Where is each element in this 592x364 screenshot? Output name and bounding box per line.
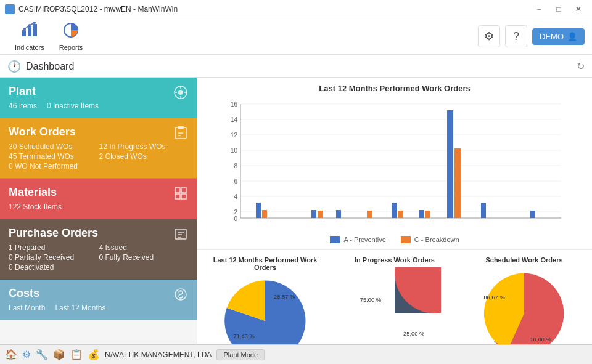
costs-info: Last Month Last 12 Months <box>9 304 188 312</box>
svg-text:09-2017: 09-2017 <box>362 220 385 221</box>
statusbar-dollar-icon[interactable]: 💰 <box>88 349 100 360</box>
pie-svg-2: 75,00 % 25,00 % <box>348 267 441 344</box>
indicators-button[interactable]: Indicators <box>7 19 52 54</box>
statusbar-box-icon[interactable]: 📦 <box>53 349 65 360</box>
plant-mode-tab[interactable]: Plant Mode <box>216 349 265 360</box>
workorders-icon <box>173 126 188 144</box>
svg-text:05-2017: 05-2017 <box>251 220 274 221</box>
bar <box>481 203 486 218</box>
pie-title-3: Scheduled Work Orders <box>485 256 562 264</box>
plant-title: Plant <box>9 85 188 98</box>
pie-svg-1: 71,43 % 28,57 % <box>219 275 311 344</box>
user-icon: 👤 <box>567 32 577 41</box>
app-icon <box>5 4 15 14</box>
svg-rect-16 <box>175 188 180 193</box>
svg-point-8 <box>178 90 183 95</box>
help-button[interactable]: ? <box>505 25 527 47</box>
sidebar: Plant 46 Items 0 Inactive Items Work Ord… <box>0 78 197 344</box>
minimize-button[interactable]: − <box>530 3 548 15</box>
demo-label: DEMO <box>540 32 564 41</box>
bar <box>398 211 403 218</box>
dashboard-icon: 🕐 <box>7 60 21 73</box>
costs-card[interactable]: Costs Last Month Last 12 Months <box>0 280 197 320</box>
purchaseorders-card[interactable]: Purchase Orders 1 Prepared 4 Issued 0 Pa… <box>0 219 197 280</box>
materials-icon <box>173 186 188 204</box>
legend-breakdown: C - Breakdown <box>401 236 459 243</box>
legend-breakdown-label: C - Breakdown <box>414 236 459 243</box>
svg-text:0: 0 <box>234 216 237 221</box>
materials-card[interactable]: Materials 122 Stock Items <box>0 179 197 219</box>
workorders-card[interactable]: Work Orders 30 Scheduled WOs 12 In Progr… <box>0 118 197 179</box>
svg-rect-17 <box>181 188 186 193</box>
workorders-title: Work Orders <box>9 126 188 139</box>
pie-chart-3: Scheduled Work Orders 86,67 % 10,00 % 3,… <box>462 256 586 344</box>
toolbar: Indicators Reports ⚙ ? DEMO 👤 <box>0 18 592 55</box>
reports-button[interactable]: Reports <box>52 19 91 54</box>
chart-area: Last 12 Months Performed Work Orders <box>197 78 592 344</box>
pie-title-1: Last 12 Months Performed Work Orders <box>204 256 327 271</box>
demo-button[interactable]: DEMO 👤 <box>532 28 585 45</box>
svg-text:16: 16 <box>231 101 238 108</box>
bar-chart-legend: A - Preventive C - Breakdown <box>210 236 580 243</box>
indicators-label: Indicators <box>15 44 44 51</box>
po-deactivated: 0 Deactivated <box>9 263 98 272</box>
po-prepared: 1 Prepared <box>9 243 98 252</box>
pie-chart-1: Last 12 Months Performed Work Orders 71,… <box>204 256 327 344</box>
wo-scheduled: 30 Scheduled WOs <box>9 142 98 151</box>
plant-card[interactable]: Plant 46 Items 0 Inactive Items <box>0 78 197 118</box>
bar-chart-svg: 16 14 12 10 8 6 4 2 0 <box>210 98 580 221</box>
indicators-icon <box>21 22 38 42</box>
legend-preventive: A - Preventive <box>330 236 385 243</box>
po-fullyreceived: 0 Fully Received <box>99 253 189 262</box>
svg-text:07-2017: 07-2017 <box>306 220 329 221</box>
svg-text:75,00 %: 75,00 % <box>360 297 381 303</box>
materials-title: Materials <box>9 186 188 199</box>
svg-text:10,00 %: 10,00 % <box>530 336 551 342</box>
main-content: Plant 46 Items 0 Inactive Items Work Ord… <box>0 78 592 344</box>
bar-chart-title: Last 12 Months Performed Work Orders <box>210 84 580 93</box>
svg-rect-0 <box>22 30 26 36</box>
svg-text:2: 2 <box>234 209 237 216</box>
plant-inactive: 0 Inactive Items <box>47 102 99 110</box>
reports-icon <box>62 22 80 42</box>
statusbar-home-icon[interactable]: 🏠 <box>5 349 17 360</box>
close-button[interactable]: ✕ <box>570 3 587 15</box>
svg-text:10: 10 <box>231 147 238 154</box>
statusbar-settings-icon[interactable]: ⚙ <box>22 349 31 360</box>
wo-notperformed: 0 WO Not Performed <box>9 162 98 171</box>
svg-text:4: 4 <box>234 193 237 200</box>
svg-text:03-2018: 03-2018 <box>525 220 548 221</box>
legend-preventive-color <box>330 236 340 243</box>
plant-items: 46 Items <box>9 102 37 110</box>
maximize-button[interactable]: □ <box>550 3 567 15</box>
statusbar: 🏠 ⚙ 🔧 📦 📋 💰 NAVALTIK MANAGEMENT, LDA Pla… <box>0 344 592 364</box>
purchaseorders-title: Purchase Orders <box>9 227 188 240</box>
svg-text:11-2017: 11-2017 <box>417 220 440 221</box>
plant-icon <box>173 85 188 103</box>
bar <box>426 211 430 218</box>
company-label: NAVALTIK MANAGEMENT, LDA <box>105 350 212 359</box>
svg-text:8: 8 <box>234 163 237 169</box>
svg-text:14: 14 <box>231 116 238 123</box>
plant-info: 46 Items 0 Inactive Items <box>9 102 188 110</box>
bar <box>530 211 535 218</box>
bar-chart-section: Last 12 Months Performed Work Orders <box>197 78 592 250</box>
reports-label: Reports <box>59 44 83 51</box>
bar <box>262 210 267 218</box>
legend-breakdown-color <box>401 236 411 243</box>
settings-button[interactable]: ⚙ <box>478 25 500 47</box>
bar <box>367 211 372 218</box>
bar <box>454 148 461 218</box>
bar <box>311 210 316 218</box>
costs-icon <box>173 287 188 305</box>
dashboard-header: 🕐 Dashboard ↻ <box>0 55 592 78</box>
refresh-button[interactable]: ↻ <box>577 60 585 72</box>
statusbar-tools-icon[interactable]: 🔧 <box>36 349 48 360</box>
svg-rect-13 <box>178 126 184 129</box>
legend-preventive-label: A - Preventive <box>343 236 385 243</box>
statusbar-list-icon[interactable]: 📋 <box>70 349 83 360</box>
svg-text:01-2018: 01-2018 <box>473 220 496 221</box>
bar <box>447 110 453 218</box>
svg-rect-19 <box>181 194 186 199</box>
pie-charts-section: Last 12 Months Performed Work Orders 71,… <box>197 250 592 344</box>
